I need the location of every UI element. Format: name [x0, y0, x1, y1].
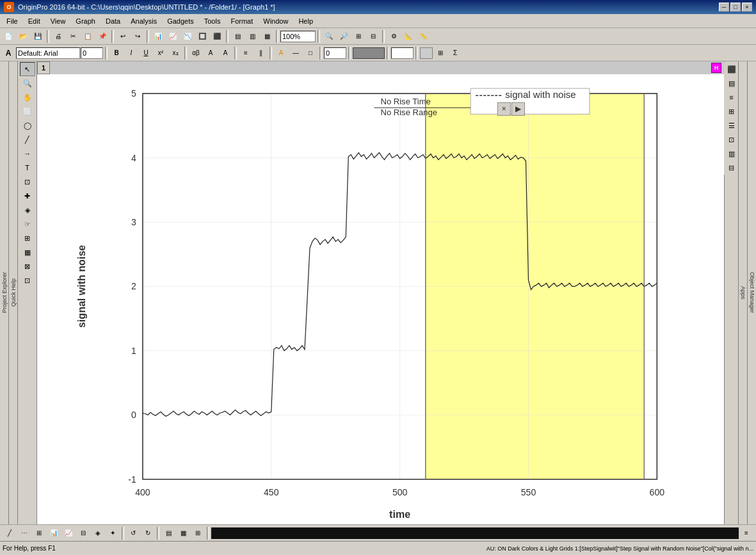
menu-view[interactable]: View	[45, 16, 71, 26]
bt-btn4[interactable]: 📊	[47, 526, 61, 540]
bt-btn5[interactable]: 📈	[61, 526, 76, 540]
greek-btn[interactable]: αβ	[189, 46, 203, 60]
menu-analysis[interactable]: Analysis	[125, 16, 162, 26]
tb-icon3[interactable]: 📉	[181, 29, 195, 44]
tb-icon8[interactable]: ▦	[260, 29, 274, 44]
italic-btn[interactable]: I	[124, 46, 138, 60]
line-width-input[interactable]	[324, 47, 346, 59]
menu-help[interactable]: Help	[293, 16, 318, 26]
tb-text1[interactable]: A	[204, 46, 218, 60]
close-button[interactable]: ×	[742, 3, 752, 12]
menu-gadgets[interactable]: Gadgets	[162, 16, 199, 26]
align-left[interactable]: ≡	[239, 46, 253, 60]
zoom-tool[interactable]: 🔍	[20, 76, 35, 90]
font-aa-btn[interactable]: A	[1, 46, 15, 60]
bt-btn10[interactable]: ↻	[141, 526, 155, 540]
rt-btn7[interactable]: ▥	[724, 147, 739, 161]
paste-button[interactable]: 📌	[95, 29, 109, 44]
rt-btn4[interactable]: ⊞	[724, 104, 739, 118]
sigma-btn[interactable]: Σ	[448, 46, 462, 60]
draw-arrow[interactable]: →	[20, 147, 35, 161]
rt-btn5[interactable]: ☰	[724, 118, 739, 133]
menu-window[interactable]: Window	[258, 16, 293, 26]
tb-icon13[interactable]: ⚙	[387, 29, 401, 44]
tb-icon5[interactable]: ⬛	[210, 29, 224, 44]
tb-icon4[interactable]: 🔲	[195, 29, 209, 44]
tb-icon7[interactable]: ▥	[245, 29, 259, 44]
minimize-button[interactable]: ─	[719, 3, 729, 12]
open-button[interactable]: 📂	[16, 29, 30, 44]
tb-icon16[interactable]: ∥	[253, 46, 268, 60]
underline-btn[interactable]: U	[139, 46, 153, 60]
cut-button[interactable]: ✂	[66, 29, 80, 44]
rt-btn2[interactable]: ▤	[724, 76, 739, 90]
bt-btn3[interactable]: ⊞	[32, 526, 46, 540]
h-button[interactable]: H	[711, 63, 721, 73]
maximize-button[interactable]: □	[730, 3, 741, 12]
tb-icon14[interactable]: 📐	[401, 29, 415, 44]
bt-btn2[interactable]: ⋯	[17, 526, 31, 540]
rt-btn1[interactable]: ⬛	[724, 62, 739, 76]
sep12	[319, 47, 322, 60]
tb-text2[interactable]: A	[218, 46, 232, 60]
menu-file[interactable]: File	[1, 16, 23, 26]
tb-icon11[interactable]: ⊞	[351, 29, 366, 44]
tb-tool1[interactable]: ⊞	[20, 231, 35, 245]
tb-tool4[interactable]: ⊡	[20, 273, 35, 287]
bt-btn13[interactable]: ⊞	[191, 526, 205, 540]
color-fill[interactable]: A	[274, 46, 288, 60]
point-size-input[interactable]	[391, 47, 414, 59]
menu-edit[interactable]: Edit	[23, 16, 45, 26]
draw-rect[interactable]: ⬜	[20, 104, 35, 118]
superscript-btn[interactable]: x²	[154, 46, 168, 60]
color-line[interactable]: —	[289, 46, 303, 60]
rt-btn8[interactable]: ⊟	[724, 161, 739, 175]
select-tool[interactable]: ↖	[20, 62, 35, 76]
new-button[interactable]: 📄	[1, 29, 15, 44]
bt-btnlast[interactable]: ≡	[739, 526, 753, 540]
menu-format[interactable]: Format	[225, 16, 258, 26]
tb-icon9[interactable]: 🔍	[322, 29, 336, 44]
bt-btn12[interactable]: ▦	[176, 526, 190, 540]
menu-data[interactable]: Data	[101, 16, 125, 26]
menu-tools[interactable]: Tools	[199, 16, 226, 26]
print-button[interactable]: 🖨	[51, 29, 65, 44]
copy-button[interactable]: 📋	[81, 29, 95, 44]
region-tool[interactable]: ⊡	[20, 175, 35, 189]
bt-btn8[interactable]: ✦	[106, 526, 120, 540]
font-size-input[interactable]	[81, 47, 103, 59]
bt-btn9[interactable]: ↺	[126, 526, 140, 540]
bt-btn7[interactable]: ◈	[91, 526, 105, 540]
tb-tool2[interactable]: ▦	[20, 245, 35, 259]
zoom-input[interactable]	[280, 31, 316, 42]
bt-btn6[interactable]: ⊟	[76, 526, 90, 540]
draw-line[interactable]: ╱	[20, 133, 35, 147]
tb-tool3[interactable]: ⊠	[20, 259, 35, 273]
tb-icon12[interactable]: ⊟	[366, 29, 380, 44]
command-line[interactable]	[211, 527, 739, 539]
bt-btn11[interactable]: ▤	[161, 526, 175, 540]
tb-icon10[interactable]: 🔎	[337, 29, 351, 44]
tb-icon17[interactable]: ⊞	[433, 46, 447, 60]
rt-btn6[interactable]: ⊡	[724, 133, 739, 147]
save-button[interactable]: 💾	[31, 29, 45, 44]
rt-btn3[interactable]: ≡	[724, 90, 739, 104]
subscript-btn[interactable]: x₂	[168, 46, 182, 60]
hand-tool[interactable]: ☞	[20, 217, 35, 231]
undo-button[interactable]: ↩	[116, 29, 130, 44]
tb-icon15[interactable]: 📏	[416, 29, 430, 44]
tb-icon2[interactable]: 📈	[166, 29, 180, 44]
redo-button[interactable]: ↪	[131, 29, 145, 44]
bt-btn1[interactable]: ╱	[3, 526, 17, 540]
data-cursor[interactable]: ◈	[20, 203, 35, 217]
pan-tool[interactable]: ✋	[20, 90, 35, 104]
menu-graph[interactable]: Graph	[70, 16, 101, 26]
tb-icon6[interactable]: ▤	[230, 29, 245, 44]
color-border[interactable]: □	[303, 46, 318, 60]
data-reader[interactable]: ✚	[20, 189, 35, 203]
font-name-input[interactable]	[16, 47, 80, 59]
text-tool[interactable]: T	[20, 161, 35, 175]
bold-btn[interactable]: B	[109, 46, 124, 60]
draw-ellipse[interactable]: ◯	[20, 118, 35, 133]
tb-icon1[interactable]: 📊	[151, 29, 165, 44]
